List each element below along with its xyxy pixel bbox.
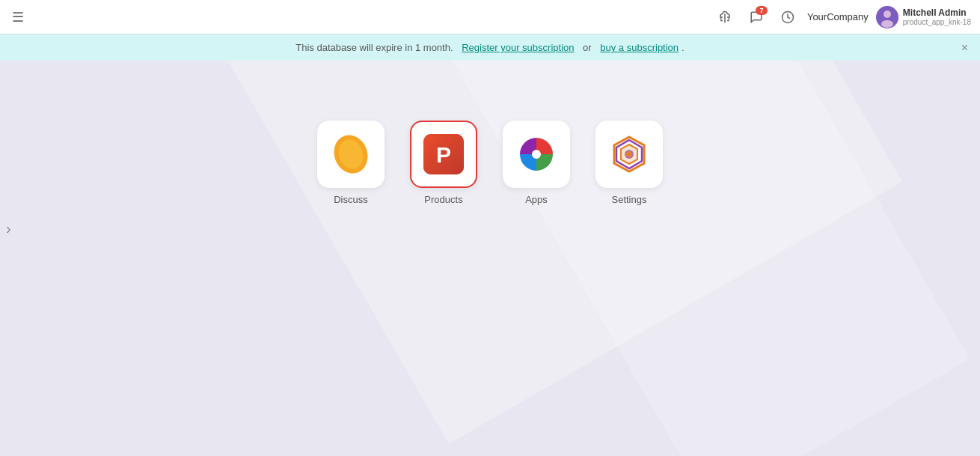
navbar-left: ☰: [9, 6, 27, 28]
chat-icon-button[interactable]: 7: [744, 5, 768, 29]
app-grid: Discuss P: [313, 121, 667, 205]
register-subscription-link[interactable]: Register your subscription: [462, 42, 574, 53]
discuss-icon: [331, 134, 371, 174]
clock-icon-button[interactable]: [776, 5, 800, 29]
sidebar-toggle-button[interactable]: ›: [0, 213, 17, 243]
app-item-discuss[interactable]: Discuss: [313, 121, 388, 205]
svg-point-14: [626, 151, 632, 157]
user-text: Mitchell Admin product_app_knk-18: [903, 7, 971, 26]
settings-icon-wrapper: [595, 121, 663, 188]
apps-label: Apps: [525, 194, 548, 205]
settings-label: Settings: [612, 194, 647, 205]
banner-text-after: .: [682, 42, 685, 53]
svg-text:P: P: [436, 142, 451, 167]
expiry-banner: This database will expire in 1 month. Re…: [0, 34, 980, 61]
products-icon: P: [423, 134, 464, 174]
buy-subscription-link[interactable]: buy a subscription: [600, 42, 679, 53]
banner-text-before: This database will expire in 1 month.: [295, 42, 453, 53]
products-label: Products: [424, 194, 462, 205]
app-item-apps[interactable]: Apps: [499, 121, 574, 205]
svg-point-3: [881, 20, 893, 28]
bug-icon-button[interactable]: [713, 5, 737, 29]
main-content: Discuss P: [0, 61, 980, 205]
banner-text-middle: or: [583, 42, 592, 53]
navbar: ☰ 7 YourCompany: [0, 0, 980, 34]
user-menu[interactable]: Mitchell Admin product_app_knk-18: [876, 6, 971, 28]
menu-toggle-icon[interactable]: ☰: [9, 6, 27, 28]
discuss-icon-wrapper: [317, 121, 385, 188]
chat-badge: 7: [756, 6, 768, 15]
user-sub: product_app_knk-18: [903, 18, 971, 26]
company-name: YourCompany: [807, 11, 869, 22]
navbar-right: 7 YourCompany Mitchell Admin product_app…: [713, 5, 971, 29]
apps-icon-wrapper: [503, 121, 570, 188]
products-icon-wrapper: P: [410, 121, 477, 188]
avatar: [876, 6, 898, 28]
app-item-products[interactable]: P Products: [406, 121, 481, 205]
svg-point-8: [532, 150, 541, 159]
banner-close-button[interactable]: ×: [961, 42, 968, 54]
apps-icon: [516, 134, 557, 174]
app-item-settings[interactable]: Settings: [592, 121, 667, 205]
user-name: Mitchell Admin: [903, 7, 967, 18]
settings-icon: [609, 134, 649, 174]
svg-point-2: [883, 10, 891, 18]
discuss-label: Discuss: [334, 194, 368, 205]
